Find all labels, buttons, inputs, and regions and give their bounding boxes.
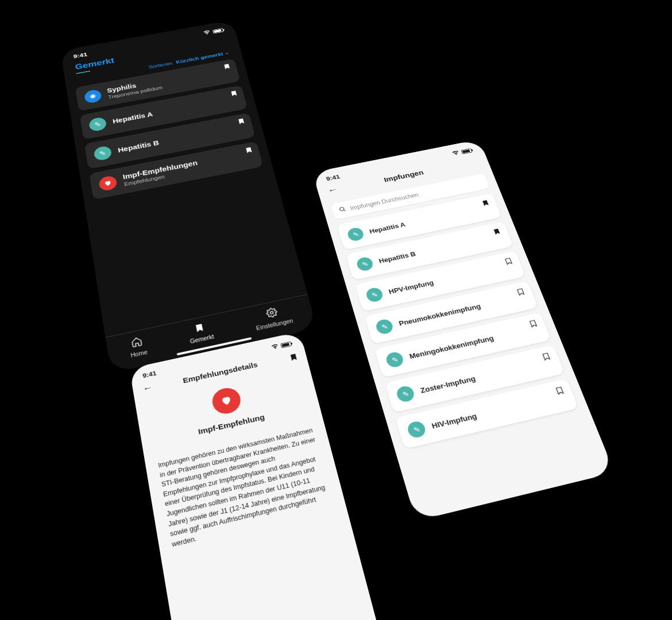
bookmark-icon[interactable] [481,199,491,207]
heart-icon [210,385,243,416]
recommendation-title: Impf-Empfehlung [198,413,265,436]
syringe-icon: ✎ [406,420,427,439]
back-button[interactable]: ← [142,382,153,394]
sort-label: Sortieren [148,61,173,70]
svg-point-0 [270,311,273,314]
syringe-icon: ✎ [385,351,405,369]
item-title: Hepatitis B [378,250,416,264]
chevron-down-icon: ⌄ [224,50,230,56]
bookmark-icon[interactable] [288,352,298,361]
syringe-icon: ✎ [88,117,107,132]
battery-icon [213,28,224,34]
nav-settings[interactable]: Einstellungen [252,304,293,332]
bookmark-icon[interactable] [237,117,246,125]
pathogen-icon: ✺ [84,89,102,104]
back-button[interactable]: ← [326,185,338,196]
bookmark-icon [194,322,206,335]
status-time: 9:41 [325,173,341,182]
item-title: HIV-Impfung [431,412,478,430]
item-title: Meningokokkenimpfung [408,334,495,361]
item-title: Hepatitis A [368,221,406,235]
recommendation-detail-screen: 9:41 ← Empfehlungsdetails Impf-Empfehlun… [129,331,399,620]
vaccination-list-screen: 9:41 ← Impfungen Impfungen Durchsuchen ✎… [312,140,615,521]
item-title: HPV-Impfung [388,278,435,295]
nav-saved[interactable]: Gemerkt [187,321,215,346]
home-icon [130,335,144,350]
cellular-signal-icon [194,32,202,37]
battery-icon [461,148,472,154]
syringe-icon: ✎ [356,256,374,272]
wifi-icon [271,343,280,351]
saved-screen: 9:41 Gemerkt Sortieren Kürzlich gemerkt … [60,20,317,374]
syringe-icon: ✎ [365,286,384,303]
cellular-signal-icon [261,346,269,352]
status-time: 9:41 [73,51,88,59]
svg-line-2 [343,210,346,211]
cellular-signal-icon [442,152,451,157]
heart-icon [98,175,118,192]
bookmark-icon[interactable] [244,146,254,154]
search-icon [338,206,347,214]
bookmark-icon[interactable] [528,319,539,328]
bookmark-icon[interactable] [515,287,526,296]
item-title: Hepatitis A [112,111,153,125]
bookmark-icon[interactable] [492,227,502,236]
battery-icon [280,341,292,348]
item-title: Pneumokokkenimpfung [398,302,482,327]
bookmark-icon[interactable] [540,351,551,361]
item-title: Hepatitis B [117,139,160,154]
item-title: Zoster-Impfung [419,374,477,394]
bookmark-icon[interactable] [222,63,231,70]
nav-home[interactable]: Home [128,335,148,358]
syringe-icon: ✎ [93,145,112,161]
syringe-icon: ✎ [374,318,395,335]
nav-label: Gemerkt [190,334,215,344]
bookmark-icon[interactable] [554,385,566,396]
nav-label: Home [130,349,148,359]
bookmark-icon[interactable] [229,90,238,98]
svg-point-1 [339,207,345,211]
wifi-icon [451,150,461,157]
bookmark-icon[interactable] [503,257,513,265]
syringe-icon: ✎ [395,385,416,403]
nav-label: Einstellungen [256,317,293,331]
syringe-icon: ✎ [346,227,365,242]
wifi-icon [202,30,211,36]
gear-icon [265,307,279,320]
status-time: 9:41 [142,370,157,379]
